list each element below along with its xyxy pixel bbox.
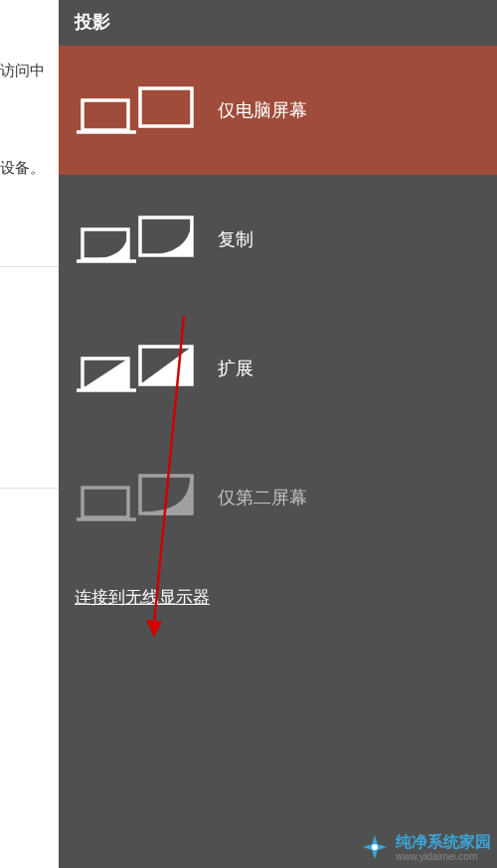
divider xyxy=(0,488,59,489)
option-extend[interactable]: 扩展 xyxy=(59,304,497,433)
watermark: 纯净系统家园 www.yidaimei.com xyxy=(360,832,491,862)
panel-title: 投影 xyxy=(59,0,497,46)
svg-rect-9 xyxy=(83,488,128,517)
second-screen-only-icon xyxy=(77,470,196,525)
svg-rect-2 xyxy=(140,88,192,126)
svg-point-14 xyxy=(372,844,378,850)
option-label: 仅第二屏幕 xyxy=(218,486,307,509)
watermark-url: www.yidaimei.com xyxy=(396,851,491,862)
option-label: 仅电脑屏幕 xyxy=(218,98,307,122)
duplicate-icon xyxy=(77,212,196,267)
option-pc-screen-only[interactable]: 仅电脑屏幕 xyxy=(59,46,497,175)
divider xyxy=(0,266,59,267)
option-duplicate[interactable]: 复制 xyxy=(59,175,497,304)
extend-icon xyxy=(77,341,196,396)
watermark-title: 纯净系统家园 xyxy=(396,833,491,850)
option-label: 复制 xyxy=(218,227,253,251)
project-panel: 投影 仅电脑屏幕 xyxy=(59,0,497,868)
option-label: 扩展 xyxy=(218,357,253,380)
option-second-screen-only[interactable]: 仅第二屏幕 xyxy=(59,433,497,562)
svg-rect-0 xyxy=(83,100,128,130)
watermark-icon xyxy=(360,832,390,862)
bg-text-1: 访问中 xyxy=(0,62,45,80)
bg-text-2: 设备。 xyxy=(0,159,45,178)
connect-wireless-display-link[interactable]: 连接到无线显示器 xyxy=(59,562,497,609)
pc-screen-only-icon xyxy=(77,82,196,138)
background-left: 访问中 设备。 xyxy=(0,0,59,868)
watermark-text: 纯净系统家园 www.yidaimei.com xyxy=(396,832,491,862)
